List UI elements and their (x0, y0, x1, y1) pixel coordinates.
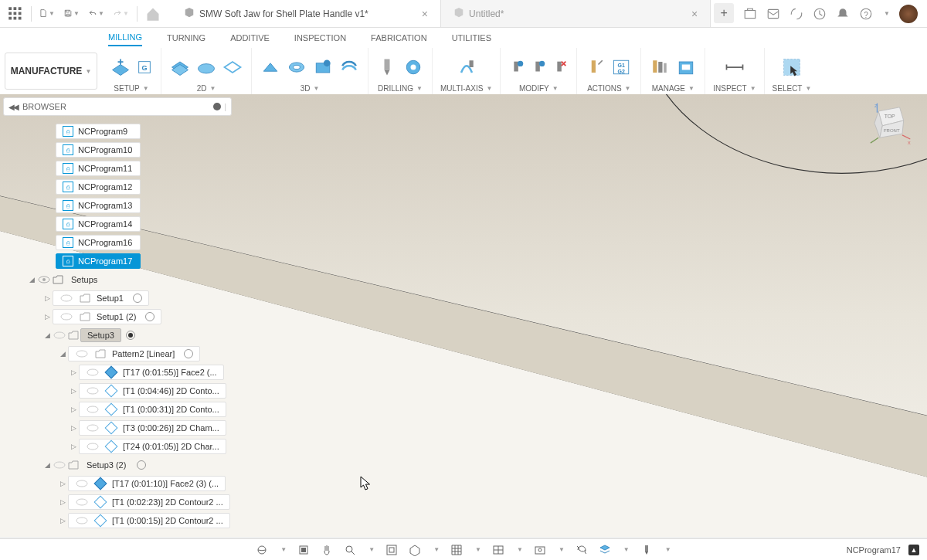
document-tab-2[interactable]: Untitled* × (441, 0, 711, 27)
generate-icon[interactable] (585, 56, 606, 78)
adaptive-icon[interactable] (260, 56, 281, 78)
visibility-icon[interactable] (75, 515, 89, 526)
operation-node[interactable]: ▷ [T24 (0:01:05)] 2D Char... (3, 437, 232, 456)
undo-icon[interactable]: ▼ (89, 6, 104, 22)
operation-node[interactable]: ▷ [T1 (0:02:23)] 2D Contour2 ... (3, 493, 232, 511)
setup3-2-node[interactable]: ◢ Setup3 (2) (3, 456, 232, 474)
operation-node[interactable]: ▷ [T1 (0:00:15)] 2D Contour2 ... (3, 511, 232, 530)
operation-node[interactable]: ▷ [T17 (0:01:55)] Face2 (... (3, 363, 232, 382)
visibility-icon[interactable] (37, 274, 51, 285)
ribbon-tab-inspection[interactable]: INSPECTION (294, 30, 346, 46)
horizontal-icon[interactable] (312, 56, 334, 78)
browser-header[interactable]: ◀◀ BROWSER | (3, 97, 232, 116)
ncprogram-node[interactable]: ⎙NCProgram12 (3, 178, 232, 196)
measure-icon[interactable] (724, 56, 745, 78)
job-status-icon[interactable] (789, 7, 803, 21)
visibility-icon[interactable] (53, 330, 66, 341)
ribbon-tab-additive[interactable]: ADDITIVE (230, 30, 270, 46)
operation-node[interactable]: ▷ [T17 (0:01:10)] Face2 (3) (... (3, 474, 232, 493)
ncprogram-node[interactable]: ⎙NCProgram11 (3, 159, 232, 178)
visibility-icon[interactable] (75, 348, 89, 359)
ncprogram-node[interactable]: ⎙NCProgram9 (3, 122, 232, 141)
ribbon-tab-fabrication[interactable]: FABRICATION (371, 30, 427, 46)
active-radio[interactable] (126, 331, 135, 340)
extensions-icon[interactable] (743, 7, 757, 21)
viewport-icon[interactable] (492, 544, 504, 556)
setup1-node[interactable]: ▷ Setup1 (3, 289, 232, 307)
visibility-icon[interactable] (86, 385, 100, 396)
viewcube[interactable]: TOP FRONT Z X (865, 102, 912, 145)
visibility-icon[interactable] (53, 460, 66, 470)
contour-icon[interactable] (195, 56, 217, 78)
active-radio[interactable] (184, 349, 193, 358)
user-avatar[interactable] (899, 5, 918, 23)
layers-icon[interactable] (599, 544, 611, 556)
grid-icon[interactable] (450, 544, 463, 556)
ncprogram-node[interactable]: ⎙NCProgram10 (3, 141, 232, 159)
close-tab-icon[interactable]: × (682, 8, 698, 20)
hole-icon[interactable] (402, 56, 424, 78)
parallel-icon[interactable] (286, 56, 307, 78)
new-tab-button[interactable]: + (714, 3, 734, 23)
setup3-node[interactable]: ◢ Setup3 (3, 326, 232, 344)
new-file-icon[interactable]: ▼ (39, 6, 55, 22)
select-icon[interactable] (781, 56, 803, 78)
collapse-icon[interactable]: ◀◀ (8, 103, 18, 111)
operation-node[interactable]: ▷ [T1 (0:04:46)] 2D Conto... (3, 382, 232, 400)
nc-program-icon[interactable]: G (136, 59, 153, 76)
pocket-icon[interactable] (222, 56, 243, 78)
document-tab-1[interactable]: SMW Soft Jaw for Shell Plate Handle v1* … (171, 0, 441, 27)
visibility-icon[interactable] (86, 367, 100, 378)
drill-icon[interactable] (376, 56, 398, 78)
close-tab-icon[interactable]: × (413, 8, 428, 20)
capture-icon[interactable] (534, 544, 546, 556)
orbit-icon[interactable] (256, 544, 268, 556)
zoom-icon[interactable] (344, 544, 356, 556)
notifications-icon[interactable] (766, 7, 780, 21)
ribbon-tab-utilities[interactable]: UTILITIES (452, 30, 491, 46)
refresh-icon[interactable] (576, 544, 588, 556)
active-radio[interactable] (145, 312, 154, 321)
active-radio[interactable] (137, 460, 146, 470)
tool-icon[interactable] (640, 544, 653, 556)
ncprogram-node[interactable]: ⎙NCProgram14 (3, 215, 232, 233)
visibility-icon[interactable] (86, 423, 100, 433)
tool-library-icon[interactable] (649, 56, 671, 78)
setups-node[interactable]: ◢ Setups (3, 270, 232, 289)
swarf-icon[interactable] (456, 56, 477, 78)
operation-node[interactable]: ▷ [T3 (0:00:26)] 2D Cham... (3, 419, 232, 437)
clock-icon[interactable] (813, 7, 827, 21)
help-icon[interactable]: ? (859, 7, 873, 21)
home-icon[interactable] (145, 6, 161, 22)
pan-icon[interactable] (321, 544, 333, 556)
ribbon-tab-milling[interactable]: MILLING (108, 29, 142, 46)
visibility-icon[interactable] (86, 404, 100, 415)
ncprogram-node[interactable]: ⎙NCProgram13 (3, 196, 232, 215)
bell-icon[interactable] (836, 7, 850, 21)
visibility-icon[interactable] (75, 478, 89, 489)
visibility-icon[interactable] (59, 311, 73, 322)
visibility-icon[interactable] (86, 441, 100, 452)
scallop-icon[interactable] (338, 56, 360, 78)
fit-icon[interactable] (385, 544, 398, 556)
look-at-icon[interactable] (297, 544, 310, 556)
operation-node[interactable]: ▷ [T1 (0:00:31)] 2D Conto... (3, 400, 232, 419)
ncprogram-node[interactable]: ⎙NCProgram16 (3, 233, 232, 252)
ncprogram-node[interactable]: ⎙NCProgram17 (3, 252, 232, 270)
modify-tool-1[interactable] (508, 59, 525, 76)
face-icon[interactable] (169, 56, 191, 78)
machine-library-icon[interactable] (675, 56, 697, 78)
modify-tool-2[interactable] (530, 59, 547, 76)
pattern2-node[interactable]: ◢ Pattern2 [Linear] (3, 344, 232, 363)
visibility-icon[interactable] (59, 293, 73, 304)
workspace-switcher[interactable]: MANUFACTURE ▼ (5, 53, 97, 90)
ribbon-tab-turning[interactable]: TURNING (167, 30, 205, 46)
app-grid-icon[interactable] (8, 6, 23, 22)
modify-tool-3[interactable] (552, 59, 569, 76)
autodesk-logo-icon[interactable]: ▲ (908, 545, 919, 555)
setup1-2-node[interactable]: ▷ Setup1 (2) (3, 307, 232, 326)
save-icon[interactable]: ▼ (64, 6, 80, 22)
help-dropdown[interactable]: ▼ (884, 10, 890, 17)
redo-icon[interactable]: ▼ (114, 6, 129, 22)
display-style-icon[interactable] (409, 544, 421, 556)
